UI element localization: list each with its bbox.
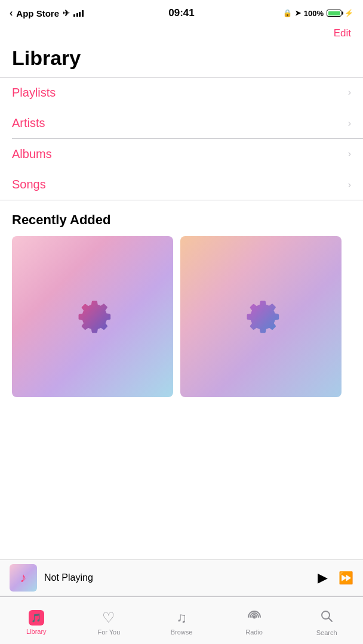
status-time: 09:41: [168, 7, 194, 19]
menu-item-artists[interactable]: Artists ›: [0, 108, 363, 138]
signal-bars: [73, 10, 84, 17]
artists-label: Artists: [12, 116, 45, 130]
recently-added-header: Recently Added: [0, 200, 363, 236]
radio-icon: [247, 609, 262, 626]
tab-search-label: Search: [316, 629, 337, 636]
album-card-2[interactable]: [180, 236, 342, 397]
albums-label: Albums: [12, 147, 52, 161]
tab-library-label: Library: [26, 628, 47, 635]
tab-radio[interactable]: Radio: [218, 606, 291, 636]
menu-item-songs[interactable]: Songs ›: [0, 169, 363, 200]
mini-player[interactable]: ♪ Not Playing ▶ ⏩: [0, 559, 363, 596]
charging-icon: ⚡: [344, 9, 353, 17]
svg-line-2: [329, 618, 333, 621]
mini-player-title: Not Playing: [44, 572, 310, 583]
tab-browse[interactable]: ♫ Browse: [145, 606, 218, 636]
album-grid: [0, 236, 363, 397]
menu-item-albums[interactable]: Albums ›: [0, 139, 363, 169]
chevron-icon-songs: ›: [348, 179, 351, 190]
music-note-icon: ♪: [20, 570, 27, 586]
status-right: 🔒 ➤ 100% ⚡: [283, 9, 353, 18]
menu-item-playlists[interactable]: Playlists ›: [0, 78, 363, 108]
airplane-icon: ✈: [63, 8, 70, 18]
gear-icon-1: [69, 293, 116, 340]
battery-percent: 100%: [304, 9, 324, 18]
app-store-back-label[interactable]: App Store: [16, 8, 59, 18]
svg-point-0: [253, 615, 256, 618]
album-art-1: [12, 236, 173, 397]
tab-browse-label: Browse: [171, 628, 193, 636]
songs-label: Songs: [12, 178, 46, 191]
album-card-1[interactable]: [12, 236, 173, 397]
edit-button[interactable]: Edit: [334, 27, 351, 39]
tab-radio-label: Radio: [245, 628, 263, 636]
status-bar: ‹ App Store ✈ 09:41 🔒 ➤ 100% ⚡: [0, 0, 363, 26]
playlists-label: Playlists: [12, 86, 56, 100]
library-menu: Playlists › Artists › Albums › Songs ›: [0, 78, 363, 200]
mini-player-controls: ▶ ⏩: [318, 570, 353, 586]
back-arrow-icon: ‹: [10, 8, 13, 18]
edit-bar: Edit: [0, 26, 363, 44]
library-icon-inner: 🎵: [31, 613, 41, 623]
heart-icon: ♡: [102, 609, 115, 626]
chevron-icon-artists: ›: [348, 118, 351, 129]
page-title: Library: [0, 44, 363, 77]
tab-search[interactable]: Search: [290, 605, 363, 636]
lock-icon: 🔒: [283, 9, 292, 17]
chevron-icon-albums: ›: [348, 148, 351, 159]
tab-for-you-label: For You: [97, 628, 120, 636]
tab-for-you[interactable]: ♡ For You: [73, 606, 146, 636]
location-icon: ➤: [295, 9, 301, 17]
skip-forward-button[interactable]: ⏩: [339, 571, 353, 585]
chevron-icon-playlists: ›: [348, 87, 351, 98]
gear-icon-2: [237, 293, 285, 340]
play-button[interactable]: ▶: [318, 570, 328, 586]
album-art-2: [180, 236, 342, 397]
status-left: ‹ App Store ✈: [10, 8, 84, 18]
tab-library[interactable]: 🎵 Library: [0, 606, 73, 635]
tab-bar: 🎵 Library ♡ For You ♫ Browse Radio: [0, 596, 363, 644]
browse-icon: ♫: [176, 609, 187, 626]
search-icon: [319, 609, 334, 627]
mini-player-art: ♪: [10, 564, 37, 592]
library-icon: 🎵: [29, 610, 44, 626]
battery-icon: [327, 10, 342, 17]
